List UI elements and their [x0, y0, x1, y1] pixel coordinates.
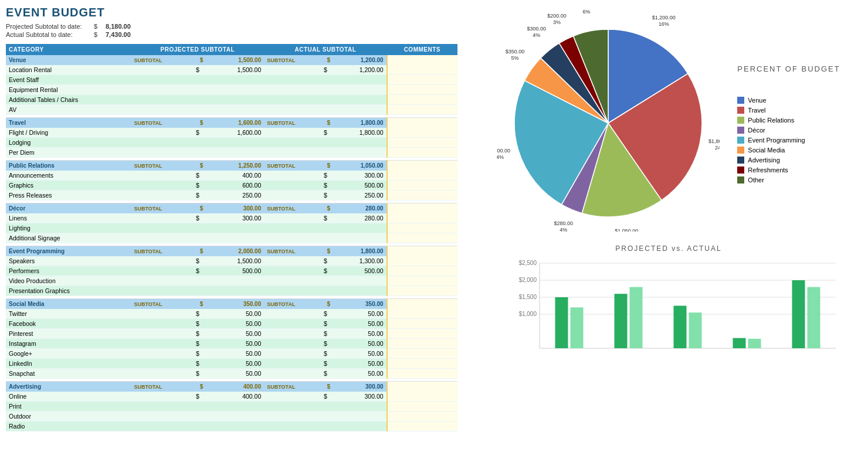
row-act-val — [336, 75, 386, 85]
bar-chart-section: PROJECTED vs. ACTUAL $2,500$2,000$1,500$… — [475, 244, 862, 364]
act-subtotal-val: 1,050.00 — [336, 161, 386, 171]
legend-label: Event Programming — [748, 137, 805, 144]
pie-chart-title: PERCENT OF BUDGET — [737, 64, 840, 73]
row-proj-empty — [131, 319, 193, 329]
row-act-val — [336, 138, 386, 148]
row-proj-dollar: $ — [193, 181, 210, 191]
row-comments — [387, 266, 457, 276]
comments-cell — [387, 161, 457, 171]
row-act-empty — [264, 128, 321, 138]
table-row: LinkedIn $ 50.00 $ 50.00 — [6, 359, 457, 369]
bar-chart-title: PROJECTED vs. ACTUAL — [475, 244, 862, 253]
row-act-val: 1,800.00 — [336, 128, 386, 138]
row-label: Linens — [6, 213, 131, 223]
table-header: CATEGORY PROJECTED SUBTOTAL ACTUAL SUBTO… — [6, 44, 457, 55]
table-row: Performers $ 500.00 $ 500.00 — [6, 266, 457, 276]
row-act-dollar: $ — [321, 339, 336, 349]
legend-item-venue: Venue — [737, 97, 840, 104]
row-comments — [387, 319, 457, 329]
proj-dollar-sign: $ — [193, 203, 210, 214]
row-comments — [387, 286, 457, 296]
row-proj-empty — [131, 191, 193, 200]
proj-dollar-sign: $ — [193, 299, 210, 310]
table-row: Video Production — [6, 276, 457, 286]
projected-label: Projected Subtotal to date: — [6, 23, 94, 30]
row-proj-dollar — [193, 233, 210, 243]
row-proj-dollar: $ — [193, 191, 210, 200]
legend-label: Advertising — [748, 157, 779, 164]
row-proj-empty — [131, 256, 193, 266]
row-comments — [387, 276, 457, 286]
actual-bar — [808, 287, 820, 348]
row-proj-empty — [131, 65, 193, 75]
row-proj-val: 400.00 — [210, 171, 264, 181]
row-act-val: 500.00 — [336, 181, 386, 191]
row-proj-empty — [131, 181, 193, 191]
actual-value: 7,430.00 — [106, 31, 131, 38]
row-proj-val — [210, 138, 264, 148]
header-comments: COMMENTS — [387, 44, 457, 55]
comments-cell — [387, 203, 457, 214]
row-proj-dollar: $ — [193, 339, 210, 349]
row-label: Location Rental — [6, 65, 131, 75]
row-label: Per Diem — [6, 148, 131, 158]
row-proj-val — [210, 422, 264, 431]
row-act-val: 500.00 — [336, 266, 386, 276]
proj-subtotal-val: 1,500.00 — [210, 55, 264, 65]
row-proj-empty — [131, 276, 193, 286]
legend-item-refreshments: Refreshments — [737, 166, 840, 174]
table-row: Instagram $ 50.00 $ 50.00 — [6, 339, 457, 349]
table-row: Announcements $ 400.00 $ 300.00 — [6, 171, 457, 181]
row-act-empty — [264, 85, 321, 95]
row-proj-empty — [131, 85, 193, 95]
act-subtotal-val: 350.00 — [336, 299, 386, 310]
pie-label-7: $200.003% — [548, 13, 567, 25]
act-subtotal-val: 1,800.00 — [336, 118, 386, 128]
act-subtotal-label: SUBTOTAL — [264, 299, 321, 310]
row-act-empty — [264, 276, 321, 286]
row-act-dollar: $ — [321, 359, 336, 369]
proj-subtotal-val: 300.00 — [210, 203, 264, 214]
row-comments — [387, 402, 457, 412]
proj-subtotal-label: SUBTOTAL — [131, 55, 193, 65]
table-row: Lighting — [6, 223, 457, 233]
row-proj-dollar — [193, 95, 210, 105]
row-label: Equipment Rental — [6, 85, 131, 95]
row-act-dollar — [321, 95, 336, 105]
actual-bar — [748, 339, 761, 348]
row-label: Performers — [6, 266, 131, 276]
row-proj-dollar — [193, 105, 210, 115]
row-proj-dollar — [193, 422, 210, 431]
table-row: Event Staff — [6, 75, 457, 85]
row-proj-empty — [131, 392, 193, 402]
y-axis-label: $2,000 — [518, 277, 537, 283]
table-row: Graphics $ 600.00 $ 500.00 — [6, 181, 457, 191]
row-act-dollar: $ — [321, 392, 336, 402]
act-dollar-sign: $ — [321, 299, 336, 310]
table-row: Per Diem — [6, 148, 457, 158]
row-comments — [387, 65, 457, 75]
row-act-dollar: $ — [321, 65, 336, 75]
projected-bar — [733, 338, 746, 348]
comments-cell — [387, 299, 457, 310]
row-act-dollar — [321, 148, 336, 158]
row-act-empty — [264, 402, 321, 412]
row-act-dollar — [321, 85, 336, 95]
proj-subtotal-label: SUBTOTAL — [131, 118, 193, 128]
row-proj-empty — [131, 171, 193, 181]
legend-label: Other — [748, 176, 764, 183]
row-proj-empty — [131, 223, 193, 233]
row-proj-val: 50.00 — [210, 329, 264, 339]
row-proj-empty — [131, 339, 193, 349]
pie-label-4: $1,800.0024% — [497, 148, 510, 160]
row-proj-dollar — [193, 148, 210, 158]
proj-dollar-sign: $ — [193, 55, 210, 65]
row-act-val — [336, 148, 386, 158]
row-proj-val — [210, 276, 264, 286]
proj-subtotal-val: 400.00 — [210, 382, 264, 392]
row-comments — [387, 369, 457, 379]
row-proj-empty — [131, 369, 193, 379]
legend-color-décor — [737, 127, 744, 134]
row-act-empty — [264, 266, 321, 276]
row-act-val — [336, 105, 386, 115]
